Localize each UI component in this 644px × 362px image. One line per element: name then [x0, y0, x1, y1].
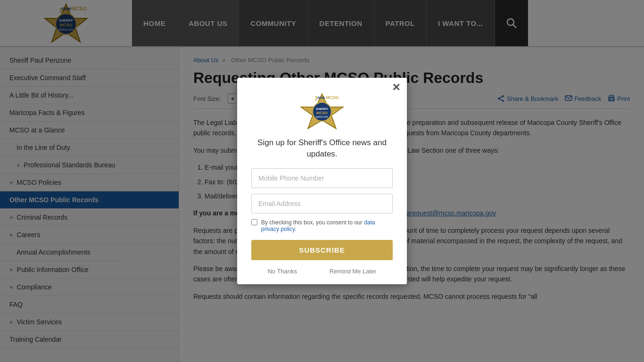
email-address-input[interactable] [251, 194, 393, 214]
mobile-phone-input[interactable] [251, 168, 393, 188]
subscribe-modal: ✕ SHERIFF MCSO MARICOPA 1 one MCSO Sign … [237, 78, 407, 284]
svg-text:MCSO: MCSO [316, 111, 328, 115]
svg-text:MARICOPA: MARICOPA [316, 115, 329, 118]
consent-checkbox[interactable] [251, 219, 257, 225]
modal-overlay[interactable]: ✕ SHERIFF MCSO MARICOPA 1 one MCSO Sign … [0, 0, 644, 362]
no-thanks-link[interactable]: No Thanks [267, 268, 297, 275]
modal-title: Sign up for Sheriff's Office news and up… [251, 137, 393, 160]
consent-checkbox-row: By checking this box, you consent to our… [251, 219, 393, 232]
svg-text:MCSO: MCSO [326, 95, 339, 100]
consent-text: By checking this box, you consent to our… [261, 219, 393, 232]
modal-logo: SHERIFF MCSO MARICOPA 1 one MCSO [294, 92, 350, 130]
modal-logo-area: SHERIFF MCSO MARICOPA 1 one MCSO [251, 92, 393, 130]
svg-text:SHERIFF: SHERIFF [316, 107, 328, 110]
modal-footer-links: No Thanks Remind Me Later [251, 268, 393, 275]
svg-text:one: one [317, 95, 325, 100]
subscribe-button[interactable]: SUBSCRIBE [251, 240, 393, 260]
modal-close-button[interactable]: ✕ [392, 82, 400, 93]
remind-later-link[interactable]: Remind Me Later [330, 268, 377, 275]
